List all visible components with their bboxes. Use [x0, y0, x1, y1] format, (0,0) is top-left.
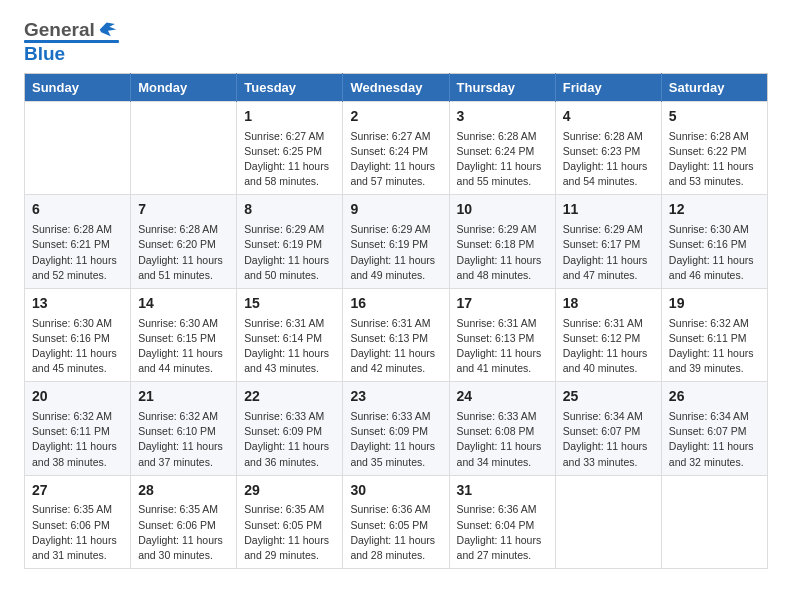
day-info: Sunrise: 6:29 AM Sunset: 6:19 PM Dayligh…	[350, 222, 441, 283]
day-info: Sunrise: 6:31 AM Sunset: 6:13 PM Dayligh…	[350, 316, 441, 377]
day-info: Sunrise: 6:29 AM Sunset: 6:17 PM Dayligh…	[563, 222, 654, 283]
calendar-cell: 13Sunrise: 6:30 AM Sunset: 6:16 PM Dayli…	[25, 288, 131, 381]
day-info: Sunrise: 6:32 AM Sunset: 6:11 PM Dayligh…	[669, 316, 760, 377]
weekday-header-saturday: Saturday	[661, 74, 767, 102]
calendar-cell: 15Sunrise: 6:31 AM Sunset: 6:14 PM Dayli…	[237, 288, 343, 381]
header: General Blue	[24, 20, 768, 63]
day-info: Sunrise: 6:32 AM Sunset: 6:11 PM Dayligh…	[32, 409, 123, 470]
day-info: Sunrise: 6:33 AM Sunset: 6:09 PM Dayligh…	[350, 409, 441, 470]
calendar-cell: 10Sunrise: 6:29 AM Sunset: 6:18 PM Dayli…	[449, 195, 555, 288]
day-info: Sunrise: 6:29 AM Sunset: 6:19 PM Dayligh…	[244, 222, 335, 283]
calendar-cell: 5Sunrise: 6:28 AM Sunset: 6:22 PM Daylig…	[661, 102, 767, 195]
day-number: 2	[350, 107, 441, 127]
calendar-week-row: 6Sunrise: 6:28 AM Sunset: 6:21 PM Daylig…	[25, 195, 768, 288]
calendar-week-row: 27Sunrise: 6:35 AM Sunset: 6:06 PM Dayli…	[25, 475, 768, 568]
weekday-header-monday: Monday	[131, 74, 237, 102]
day-info: Sunrise: 6:34 AM Sunset: 6:07 PM Dayligh…	[669, 409, 760, 470]
weekday-header-tuesday: Tuesday	[237, 74, 343, 102]
calendar-cell: 6Sunrise: 6:28 AM Sunset: 6:21 PM Daylig…	[25, 195, 131, 288]
calendar-cell: 19Sunrise: 6:32 AM Sunset: 6:11 PM Dayli…	[661, 288, 767, 381]
day-info: Sunrise: 6:33 AM Sunset: 6:08 PM Dayligh…	[457, 409, 548, 470]
calendar-cell: 4Sunrise: 6:28 AM Sunset: 6:23 PM Daylig…	[555, 102, 661, 195]
day-info: Sunrise: 6:35 AM Sunset: 6:06 PM Dayligh…	[32, 502, 123, 563]
day-number: 23	[350, 387, 441, 407]
calendar-cell: 17Sunrise: 6:31 AM Sunset: 6:13 PM Dayli…	[449, 288, 555, 381]
day-info: Sunrise: 6:34 AM Sunset: 6:07 PM Dayligh…	[563, 409, 654, 470]
day-info: Sunrise: 6:36 AM Sunset: 6:04 PM Dayligh…	[457, 502, 548, 563]
calendar-cell: 26Sunrise: 6:34 AM Sunset: 6:07 PM Dayli…	[661, 382, 767, 475]
day-number: 12	[669, 200, 760, 220]
day-info: Sunrise: 6:27 AM Sunset: 6:25 PM Dayligh…	[244, 129, 335, 190]
calendar-week-row: 13Sunrise: 6:30 AM Sunset: 6:16 PM Dayli…	[25, 288, 768, 381]
day-number: 18	[563, 294, 654, 314]
day-info: Sunrise: 6:28 AM Sunset: 6:20 PM Dayligh…	[138, 222, 229, 283]
day-number: 8	[244, 200, 335, 220]
day-number: 17	[457, 294, 548, 314]
day-number: 10	[457, 200, 548, 220]
calendar-table: SundayMondayTuesdayWednesdayThursdayFrid…	[24, 73, 768, 569]
logo-blue: Blue	[24, 43, 65, 64]
logo-container: General Blue	[24, 20, 119, 63]
calendar-cell: 2Sunrise: 6:27 AM Sunset: 6:24 PM Daylig…	[343, 102, 449, 195]
day-number: 27	[32, 481, 123, 501]
day-info: Sunrise: 6:31 AM Sunset: 6:13 PM Dayligh…	[457, 316, 548, 377]
day-number: 5	[669, 107, 760, 127]
calendar-cell: 31Sunrise: 6:36 AM Sunset: 6:04 PM Dayli…	[449, 475, 555, 568]
logo: General Blue	[24, 20, 119, 63]
calendar-cell	[131, 102, 237, 195]
calendar-cell	[25, 102, 131, 195]
calendar-cell: 24Sunrise: 6:33 AM Sunset: 6:08 PM Dayli…	[449, 382, 555, 475]
day-number: 31	[457, 481, 548, 501]
calendar-cell: 28Sunrise: 6:35 AM Sunset: 6:06 PM Dayli…	[131, 475, 237, 568]
day-info: Sunrise: 6:28 AM Sunset: 6:22 PM Dayligh…	[669, 129, 760, 190]
weekday-header-sunday: Sunday	[25, 74, 131, 102]
day-info: Sunrise: 6:33 AM Sunset: 6:09 PM Dayligh…	[244, 409, 335, 470]
day-number: 26	[669, 387, 760, 407]
calendar-cell: 27Sunrise: 6:35 AM Sunset: 6:06 PM Dayli…	[25, 475, 131, 568]
day-info: Sunrise: 6:32 AM Sunset: 6:10 PM Dayligh…	[138, 409, 229, 470]
calendar-week-row: 1Sunrise: 6:27 AM Sunset: 6:25 PM Daylig…	[25, 102, 768, 195]
day-info: Sunrise: 6:31 AM Sunset: 6:12 PM Dayligh…	[563, 316, 654, 377]
day-info: Sunrise: 6:28 AM Sunset: 6:24 PM Dayligh…	[457, 129, 548, 190]
day-number: 21	[138, 387, 229, 407]
day-number: 7	[138, 200, 229, 220]
weekday-header-wednesday: Wednesday	[343, 74, 449, 102]
day-info: Sunrise: 6:30 AM Sunset: 6:15 PM Dayligh…	[138, 316, 229, 377]
day-number: 30	[350, 481, 441, 501]
day-info: Sunrise: 6:28 AM Sunset: 6:21 PM Dayligh…	[32, 222, 123, 283]
day-number: 13	[32, 294, 123, 314]
calendar-cell: 3Sunrise: 6:28 AM Sunset: 6:24 PM Daylig…	[449, 102, 555, 195]
day-info: Sunrise: 6:28 AM Sunset: 6:23 PM Dayligh…	[563, 129, 654, 190]
calendar-cell: 11Sunrise: 6:29 AM Sunset: 6:17 PM Dayli…	[555, 195, 661, 288]
day-info: Sunrise: 6:30 AM Sunset: 6:16 PM Dayligh…	[669, 222, 760, 283]
day-number: 15	[244, 294, 335, 314]
day-info: Sunrise: 6:30 AM Sunset: 6:16 PM Dayligh…	[32, 316, 123, 377]
logo-bird-icon	[97, 18, 119, 38]
day-number: 19	[669, 294, 760, 314]
day-number: 6	[32, 200, 123, 220]
day-number: 4	[563, 107, 654, 127]
calendar-cell: 9Sunrise: 6:29 AM Sunset: 6:19 PM Daylig…	[343, 195, 449, 288]
day-number: 16	[350, 294, 441, 314]
weekday-header-friday: Friday	[555, 74, 661, 102]
logo-general: General	[24, 20, 95, 39]
day-number: 24	[457, 387, 548, 407]
day-number: 22	[244, 387, 335, 407]
day-info: Sunrise: 6:27 AM Sunset: 6:24 PM Dayligh…	[350, 129, 441, 190]
day-info: Sunrise: 6:35 AM Sunset: 6:06 PM Dayligh…	[138, 502, 229, 563]
day-info: Sunrise: 6:29 AM Sunset: 6:18 PM Dayligh…	[457, 222, 548, 283]
day-number: 29	[244, 481, 335, 501]
calendar-cell: 30Sunrise: 6:36 AM Sunset: 6:05 PM Dayli…	[343, 475, 449, 568]
calendar-cell: 18Sunrise: 6:31 AM Sunset: 6:12 PM Dayli…	[555, 288, 661, 381]
day-number: 28	[138, 481, 229, 501]
calendar-cell: 23Sunrise: 6:33 AM Sunset: 6:09 PM Dayli…	[343, 382, 449, 475]
day-number: 3	[457, 107, 548, 127]
day-number: 14	[138, 294, 229, 314]
day-info: Sunrise: 6:36 AM Sunset: 6:05 PM Dayligh…	[350, 502, 441, 563]
day-info: Sunrise: 6:35 AM Sunset: 6:05 PM Dayligh…	[244, 502, 335, 563]
day-number: 1	[244, 107, 335, 127]
calendar-header-row: SundayMondayTuesdayWednesdayThursdayFrid…	[25, 74, 768, 102]
calendar-cell: 1Sunrise: 6:27 AM Sunset: 6:25 PM Daylig…	[237, 102, 343, 195]
svg-marker-0	[100, 22, 117, 36]
weekday-header-thursday: Thursday	[449, 74, 555, 102]
